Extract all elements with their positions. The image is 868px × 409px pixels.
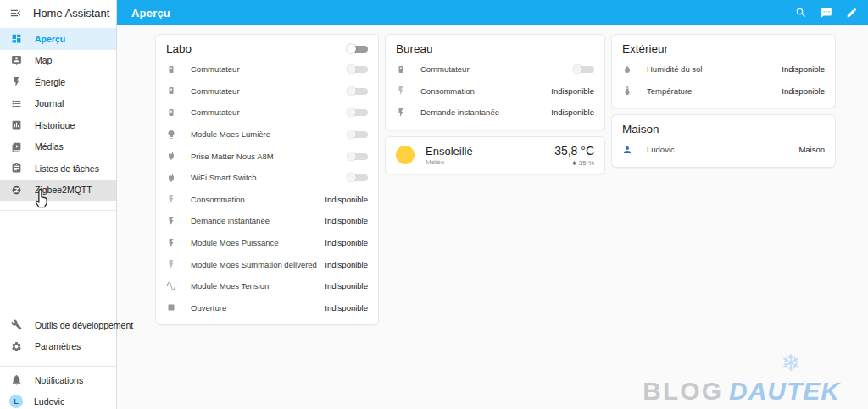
entity-row[interactable]: Ouverture Indisponible <box>156 297 378 319</box>
entity-icon <box>166 281 176 291</box>
entity-row[interactable]: Commutateur <box>156 102 378 124</box>
weather-humidity: 35 % <box>554 159 594 167</box>
entity-row[interactable]: Module Moes Lumière <box>156 124 378 146</box>
sidebar-divider <box>0 366 116 367</box>
entity-icon <box>396 108 406 118</box>
search-button[interactable] <box>795 7 807 19</box>
toggle-switch[interactable] <box>573 64 594 75</box>
entity-state: Indisponible <box>325 303 368 312</box>
entity-icon <box>396 64 406 75</box>
dashboard-view: Labo Commutateur <box>117 25 868 409</box>
sidebar-item[interactable]: Outils de développement <box>0 314 116 336</box>
card-title: Extérieur <box>622 42 825 55</box>
entity-icon <box>166 302 176 312</box>
toggle-switch[interactable] <box>347 172 368 183</box>
entity-icon <box>166 64 176 75</box>
sidebar-item-icon <box>11 185 22 196</box>
humidity-value: 35 % <box>579 159 594 167</box>
sidebar-item[interactable]: Listes de tâches <box>0 158 116 180</box>
sidebar-item-icon <box>11 76 22 87</box>
entity-row[interactable]: Consommation Indisponible <box>156 189 378 211</box>
avatar: L <box>9 395 23 408</box>
page-title: Aperçu <box>131 7 170 19</box>
entity-name: Température <box>647 86 782 96</box>
entity-icon <box>166 259 176 269</box>
toggle-switch[interactable] <box>347 151 368 162</box>
sidebar-item[interactable]: Journal <box>0 93 116 115</box>
entity-row[interactable]: Commutateur <box>156 80 378 102</box>
entity-name: Ludovic <box>647 145 798 154</box>
entity-row[interactable]: Consommation Indisponible <box>386 80 604 102</box>
card-title: Labo <box>166 42 347 55</box>
toggle-switch[interactable] <box>347 86 368 97</box>
entity-icon <box>396 86 406 96</box>
entity-name: Commutateur <box>191 108 347 117</box>
sidebar-item[interactable]: Historique <box>0 114 116 136</box>
entity-name: Humidité du sol <box>647 64 782 74</box>
entity-row[interactable]: Demande instantanée Indisponible <box>156 210 378 232</box>
assist-button[interactable] <box>821 7 832 19</box>
entity-row[interactable]: Température Indisponible <box>612 80 835 102</box>
weather-entity-name: Météo <box>426 158 554 166</box>
sidebar-item-label: Listes de tâches <box>35 163 99 174</box>
sidebar-item-notifications[interactable]: Notifications <box>0 369 116 391</box>
notifications-label: Notifications <box>35 375 83 385</box>
toggle-switch[interactable] <box>347 64 368 75</box>
entity-row[interactable]: Module Moes Puissance Indisponible <box>156 232 378 254</box>
entity-row[interactable]: Humidité du sol Indisponible <box>612 58 835 80</box>
app-header: Aperçu <box>117 0 868 25</box>
sidebar-item-label: Aperçu <box>35 34 65 44</box>
toggle-switch[interactable] <box>347 129 368 140</box>
entity-name: Commutateur <box>191 86 347 96</box>
chat-icon <box>821 7 832 19</box>
sidebar-item-label: Paramètres <box>35 341 81 351</box>
toggle-switch[interactable] <box>347 107 368 118</box>
sidebar-item[interactable]: Map <box>0 50 116 72</box>
card-maison: Maison Ludovic Maison <box>611 114 836 168</box>
entity-row[interactable]: WiFi Smart Switch <box>156 167 378 189</box>
search-icon <box>795 7 807 19</box>
entity-row[interactable]: Module Moes Tension Indisponible <box>156 275 378 297</box>
sidebar-item-label: Outils de développement <box>35 320 133 330</box>
entity-name: Module Moes Tension <box>191 281 325 290</box>
entity-icon <box>166 108 176 118</box>
entity-row[interactable]: Prise Matter Nous A8M <box>156 145 378 167</box>
sidebar-item-icon <box>11 341 22 352</box>
menu-open-icon[interactable] <box>9 7 22 19</box>
sidebar-item[interactable]: Paramètres <box>0 336 116 358</box>
entity-icon <box>166 130 176 140</box>
edit-dashboard-button[interactable] <box>846 7 858 19</box>
card-title: Bureau <box>396 42 594 55</box>
sun-icon <box>396 146 415 164</box>
sidebar-item[interactable]: Médias <box>0 136 116 158</box>
sidebar-item[interactable]: Aperçu <box>0 28 116 50</box>
entity-row[interactable]: Commutateur <box>386 58 604 80</box>
pencil-icon <box>846 7 858 19</box>
sidebar-item-label: Médias <box>35 141 64 152</box>
sidebar-item-label: Zigbee2MQTT <box>35 185 92 195</box>
person-icon <box>622 145 632 155</box>
entity-row[interactable]: Ludovic Maison <box>612 139 835 161</box>
sidebar-item[interactable]: Énergie <box>0 71 116 93</box>
sidebar-item[interactable]: Zigbee2MQTT <box>0 180 116 202</box>
card-labo: Labo Commutateur <box>155 34 379 325</box>
sidebar-item-label: Journal <box>35 98 64 108</box>
entity-name: Demande instantanée <box>191 216 325 225</box>
card-bureau: Bureau Commutateur Conso <box>385 34 605 130</box>
entity-row[interactable]: Demande instantanée Indisponible <box>386 102 604 124</box>
sidebar-item-user[interactable]: L Ludovic <box>0 391 116 409</box>
app-title: Home Assistant <box>33 7 109 19</box>
card-title: Maison <box>622 123 825 135</box>
entity-name: WiFi Smart Switch <box>191 173 347 182</box>
sidebar-footer: Notifications L Ludovic <box>0 366 116 409</box>
toggle-switch[interactable] <box>347 43 368 54</box>
entity-row[interactable]: Module Moes Summation delivered Indispon… <box>156 253 378 275</box>
entity-state: Indisponible <box>325 238 368 247</box>
sidebar-item-icon <box>11 141 22 152</box>
entity-icon <box>622 86 632 96</box>
card-weather[interactable]: Ensoleillé Météo 35,8 °C 35 % <box>385 136 605 174</box>
sidebar-item-icon <box>11 33 22 44</box>
entity-row[interactable]: Commutateur <box>156 58 378 80</box>
sidebar-nav: Aperçu Map Énergie Journal Historique <box>0 25 116 201</box>
entity-name: Consommation <box>191 195 325 204</box>
